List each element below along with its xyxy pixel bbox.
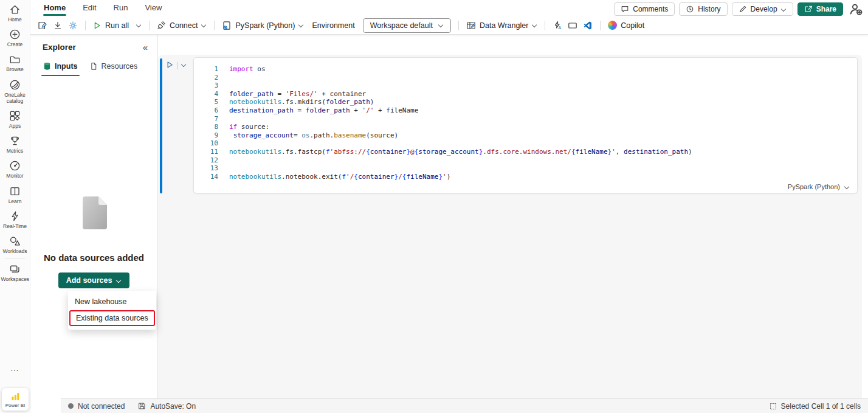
menu-bar: Home Edit Run View Comments History xyxy=(30,0,868,16)
line-number: 1 xyxy=(202,65,218,74)
nav-item-monitor[interactable]: Monitor xyxy=(0,156,30,181)
nav-item-create[interactable]: Create xyxy=(0,25,30,50)
vscode-icon[interactable] xyxy=(583,21,593,30)
code-cell[interactable]: 1import os2 3 4folder_path = 'Files/' + … xyxy=(193,57,858,193)
develop-button[interactable]: Develop xyxy=(732,2,793,16)
share-button[interactable]: Share xyxy=(797,2,843,16)
toolbar-divider xyxy=(600,21,601,30)
nav-item-metrics[interactable]: Metrics xyxy=(0,131,30,156)
add-sources-label: Add sources xyxy=(66,276,112,285)
fabric-notebook-app: HomeCreateBrowseOneLake catalogAppsMetri… xyxy=(0,0,868,413)
file-icon xyxy=(90,62,98,71)
collapse-cell-icon[interactable] xyxy=(181,63,187,67)
account-people-button[interactable] xyxy=(849,2,863,16)
share-icon xyxy=(804,5,813,13)
content-region: Explorer « Inputs xyxy=(30,35,868,398)
code-text xyxy=(229,74,233,82)
workspaces-icon xyxy=(9,263,21,275)
collapse-panel-icon[interactable]: « xyxy=(143,43,148,52)
menu-item-home[interactable]: Home xyxy=(39,0,71,16)
line-number: 14 xyxy=(202,173,218,181)
explorer-tabs: Inputs Resources xyxy=(30,54,157,76)
settings-gear-icon[interactable] xyxy=(68,21,78,30)
toolbar-divider xyxy=(85,21,86,30)
create-icon xyxy=(9,29,21,40)
nav-rail: HomeCreateBrowseOneLake catalogAppsMetri… xyxy=(0,0,30,413)
line-number: 6 xyxy=(202,106,218,115)
nav-item-browse[interactable]: Browse xyxy=(0,50,30,75)
autosave-status[interactable]: AutoSave: On xyxy=(138,402,196,411)
lightning-autofix-icon[interactable]: A xyxy=(553,21,562,30)
code-text: destination_path = folder_path + '/' + f… xyxy=(229,106,418,115)
add-sources-button[interactable]: Add sources xyxy=(58,272,130,288)
chevron-down-icon xyxy=(844,185,850,189)
nav-item-label: Monitor xyxy=(1,173,29,179)
data-wrangler-button[interactable]: Data Wrangler xyxy=(466,21,537,30)
menu-item-edit[interactable]: Edit xyxy=(78,0,101,16)
nav-divider xyxy=(5,258,25,259)
copilot-button[interactable]: Copilot xyxy=(608,21,644,30)
selection-dashed-icon xyxy=(770,403,777,410)
database-icon xyxy=(43,62,51,71)
run-all-button[interactable]: Run all xyxy=(93,21,142,30)
monitor-icon xyxy=(9,160,21,172)
code-text: import os xyxy=(229,65,266,74)
environment-button[interactable]: Environment xyxy=(312,21,354,30)
selection-status: Selected Cell 1 of 1 cells xyxy=(770,402,861,411)
code-line: 8if source: xyxy=(202,123,857,131)
code-line: 4folder_path = 'Files/' + container xyxy=(202,90,857,99)
nav-item-workspaces[interactable]: Workspaces xyxy=(0,260,30,285)
line-number: 3 xyxy=(202,82,218,90)
code-text xyxy=(229,156,233,165)
save-floppy-icon xyxy=(138,402,146,410)
language-selector[interactable]: PySpark (Python) xyxy=(222,21,304,30)
frame-focus-icon[interactable] xyxy=(568,21,577,30)
chevron-down-icon xyxy=(201,23,207,27)
download-icon[interactable] xyxy=(53,21,63,30)
toolbar-divider xyxy=(214,21,215,30)
code-line: 14notebookutils.notebook.exit(f'/{contai… xyxy=(202,173,857,181)
chevron-down-icon xyxy=(781,7,787,12)
save-icon[interactable] xyxy=(38,21,47,30)
gutter-divider xyxy=(177,62,177,69)
nav-item-real-time[interactable]: Real-Time xyxy=(0,207,30,232)
copilot-label: Copilot xyxy=(621,21,644,30)
nav-more-button[interactable]: ... xyxy=(0,364,30,373)
menu-option-existing-data-sources[interactable]: Existing data sources xyxy=(69,310,155,326)
nav-item-home[interactable]: Home xyxy=(0,0,30,25)
nav-item-workloads[interactable]: Workloads xyxy=(0,232,30,257)
code-line: 6destination_path = folder_path + '/' + … xyxy=(202,106,857,115)
nav-item-onelake-catalog[interactable]: OneLake catalog xyxy=(0,75,30,106)
empty-state-message: No data sources added xyxy=(44,252,144,263)
cell-language-selector[interactable]: PySpark (Python) xyxy=(788,183,850,190)
menu-item-run[interactable]: Run xyxy=(109,0,133,16)
menu-option-new-lakehouse[interactable]: New lakehouse xyxy=(68,294,156,310)
nav-item-learn[interactable]: Learn xyxy=(0,182,30,207)
document-placeholder-icon xyxy=(80,196,108,230)
code-line: 2 xyxy=(202,74,857,82)
plug-icon xyxy=(157,21,166,30)
nav-item-apps[interactable]: Apps xyxy=(0,106,30,131)
history-button[interactable]: History xyxy=(679,2,727,16)
code-line: 5notebookutils.fs.mkdirs(folder_path) xyxy=(202,98,857,106)
learn-icon xyxy=(9,186,21,197)
develop-label: Develop xyxy=(751,5,777,13)
code-line: 10 xyxy=(202,139,857,148)
comments-button[interactable]: Comments xyxy=(614,2,675,16)
run-cell-button[interactable] xyxy=(166,61,174,69)
cell-selection-bar[interactable] xyxy=(160,58,162,193)
menu-item-view[interactable]: View xyxy=(140,0,167,16)
explorer-panel: Explorer « Inputs xyxy=(30,35,158,398)
powerbi-switcher[interactable]: Power BI xyxy=(2,388,29,411)
connect-button[interactable]: Connect xyxy=(157,21,207,30)
workspace-default-dropdown[interactable]: Workspace default xyxy=(363,18,451,33)
language-selector-label: PySpark (Python) xyxy=(235,21,295,30)
code-text xyxy=(229,115,233,123)
tab-resources[interactable]: Resources xyxy=(84,60,143,76)
chevron-down-icon xyxy=(438,23,444,27)
tab-inputs-label: Inputs xyxy=(55,62,78,71)
code-line: 9 storage_account= os.path.basename(sour… xyxy=(202,131,857,140)
explorer-title: Explorer xyxy=(43,43,76,52)
code-editor[interactable]: 1import os2 3 4folder_path = 'Files/' + … xyxy=(194,58,857,181)
tab-inputs[interactable]: Inputs xyxy=(38,60,83,76)
